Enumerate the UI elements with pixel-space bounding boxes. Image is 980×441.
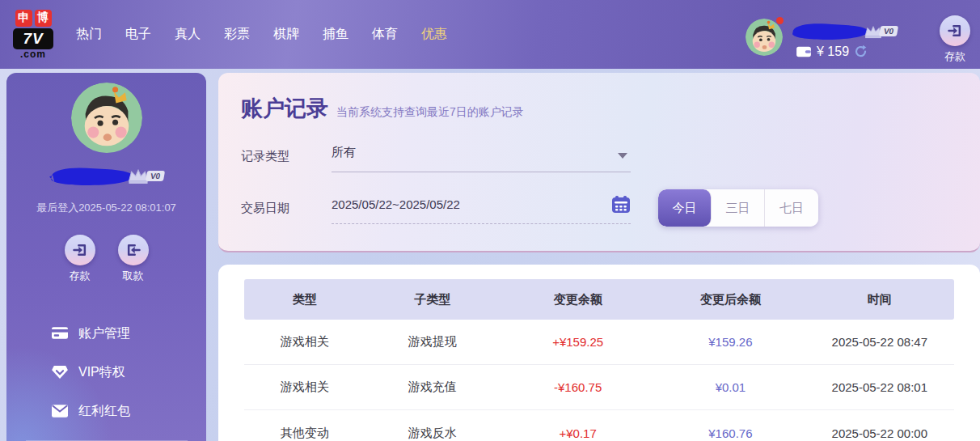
- record-type-select[interactable]: 所有: [332, 140, 631, 172]
- logo-badges: 申 博: [15, 10, 52, 27]
- nav-item-board[interactable]: 棋牌: [273, 26, 299, 43]
- wallet-row: ¥ 159: [796, 45, 919, 59]
- col-header-change: 变更余额: [500, 292, 656, 307]
- sidebar-deposit-button[interactable]: 存款: [65, 235, 95, 283]
- deposit-label: 存款: [70, 269, 91, 283]
- cell-change-amount: +¥159.25: [500, 335, 656, 349]
- nav-item-fishing[interactable]: 捕鱼: [323, 26, 348, 43]
- avatar-image-icon: [746, 19, 783, 56]
- cell-subtype: 游戏充值: [365, 380, 500, 395]
- username-redaction-scribble: [789, 22, 870, 40]
- nav-item-live[interactable]: 真人: [175, 26, 201, 43]
- table-header-row: 类型 子类型 变更余额 变更后余额 时间: [244, 279, 954, 320]
- deposit-arrow-icon: [65, 235, 95, 265]
- record-type-value: 所有: [332, 145, 356, 159]
- username-row: V0: [789, 22, 919, 41]
- last-login-text: 最后登入2025-05-22 08:01:07: [36, 201, 176, 215]
- tab-today[interactable]: 今日: [658, 189, 712, 227]
- user-sidebar: V0 最后登入2025-05-22 08:01:07 存款 取款: [6, 73, 206, 441]
- logo-badge-bo: 博: [35, 10, 52, 27]
- logo-com: .com: [20, 49, 46, 60]
- sidebar-menu: 账户管理 VIP特权 红利红包: [6, 314, 206, 430]
- col-header-balance: 变更后余额: [656, 292, 805, 307]
- notification-dot: [776, 17, 784, 24]
- logo-7v: 7V: [13, 28, 53, 49]
- cell-subtype: 游戏反水: [365, 426, 500, 441]
- sidebar-avatar[interactable]: [71, 83, 142, 153]
- user-avatar[interactable]: [746, 19, 783, 56]
- vip-gem-icon: [52, 365, 68, 380]
- user-area: V0 ¥ 159 存款: [746, 6, 980, 64]
- sidebar-item-vip[interactable]: VIP特权: [52, 353, 206, 392]
- deposit-button-label: 存款: [944, 49, 965, 64]
- cell-balance-after: ¥160.76: [656, 426, 805, 440]
- sidebar-item-label: 红利红包: [78, 403, 130, 420]
- nav-item-promo[interactable]: 优惠: [421, 26, 447, 43]
- page: 申 博 7V .com 热门 电子 真人 彩票 棋牌 捕鱼 体育 优惠: [0, 0, 980, 441]
- refresh-balance-icon[interactable]: [854, 45, 868, 58]
- cell-type: 游戏相关: [244, 380, 365, 395]
- table-row: 游戏相关 游戏提现 +¥159.25 ¥159.26 2025-05-22 08…: [244, 320, 954, 365]
- col-header-subtype: 子类型: [365, 292, 500, 307]
- sidebar-item-account[interactable]: 账户管理: [52, 314, 206, 353]
- records-table-card: 类型 子类型 变更余额 变更后余额 时间 游戏相关 游戏提现 +¥159.25 …: [218, 265, 980, 441]
- title-row: 账户记录 当前系统支持查询最近7日的账户记录: [241, 94, 957, 123]
- nav-item-sports[interactable]: 体育: [372, 26, 398, 43]
- table-row: 其他变动 游戏反水 +¥0.17 ¥160.76 2025-05-22 00:0…: [244, 410, 954, 441]
- user-info: V0 ¥ 159: [789, 22, 919, 59]
- logo-badge-shen: 申: [15, 10, 32, 27]
- tab-seven-days[interactable]: 七日: [765, 189, 818, 227]
- withdraw-arrow-icon: [118, 235, 149, 265]
- sidebar-item-bonus[interactable]: 红利红包: [52, 392, 206, 430]
- cell-subtype: 游戏提现: [365, 334, 500, 350]
- date-range-label: 交易日期: [241, 201, 332, 216]
- username-redaction-scribble: [48, 165, 135, 187]
- cell-change-amount: -¥160.75: [500, 380, 656, 394]
- balance-amount: ¥ 159: [817, 45, 849, 59]
- table-row: 游戏相关 游戏充值 -¥160.75 ¥0.01 2025-05-22 08:0…: [244, 365, 954, 410]
- cell-type: 游戏相关: [244, 334, 365, 350]
- red-packet-envelope-icon: [52, 405, 68, 418]
- wallet-icon: [796, 45, 812, 58]
- bank-card-icon: [52, 327, 68, 340]
- cell-balance-after: ¥159.26: [656, 335, 805, 349]
- cell-time: 2025-05-22 08:47: [805, 335, 954, 349]
- date-range-input[interactable]: 2025/05/22~2025/05/22: [332, 193, 631, 224]
- nav-item-hot[interactable]: 热门: [76, 26, 102, 43]
- vip-level-badge: V0: [146, 171, 166, 181]
- date-range-value: 2025/05/22~2025/05/22: [332, 197, 460, 211]
- record-type-filter-row: 记录类型 所有: [241, 138, 957, 175]
- chevron-down-icon: [618, 153, 627, 159]
- cell-balance-after: ¥0.01: [656, 380, 805, 394]
- record-type-label: 记录类型: [241, 149, 332, 164]
- calendar-icon[interactable]: [611, 196, 631, 217]
- tab-three-days[interactable]: 三日: [712, 189, 765, 227]
- sidebar-item-label: 账户管理: [78, 325, 130, 342]
- sidebar-item-label: VIP特权: [78, 364, 125, 381]
- cell-type: 其他变动: [244, 426, 365, 441]
- topbar-deposit-button[interactable]: 存款: [940, 15, 970, 64]
- cell-change-amount: +¥0.17: [500, 426, 656, 440]
- sidebar-username-row: V0: [48, 164, 164, 188]
- content-area: V0 最后登入2025-05-22 08:01:07 存款 取款: [0, 73, 980, 441]
- deposit-arrow-icon: [940, 15, 970, 46]
- date-filter-row: 交易日期 2025/05/22~2025/05/22: [241, 189, 957, 227]
- top-navigation-bar: 申 博 7V .com 热门 电子 真人 彩票 棋牌 捕鱼 体育 优惠: [0, 0, 980, 69]
- avatar-image-icon: [71, 83, 142, 153]
- page-subtitle: 当前系统支持查询最近7日的账户记录: [336, 105, 524, 120]
- vip-level-badge: V0: [879, 26, 899, 36]
- sidebar-withdraw-button[interactable]: 取款: [118, 235, 149, 283]
- main-panel: 账户记录 当前系统支持查询最近7日的账户记录 记录类型 所有 交易日期 2025…: [218, 73, 980, 441]
- col-header-time: 时间: [805, 292, 954, 307]
- quick-actions: 存款 取款: [65, 235, 149, 283]
- site-logo[interactable]: 申 博 7V .com: [11, 10, 55, 60]
- day-range-tabs: 今日 三日 七日: [658, 189, 818, 227]
- nav-item-slots[interactable]: 电子: [125, 26, 151, 43]
- nav-item-lottery[interactable]: 彩票: [224, 26, 250, 43]
- cell-time: 2025-05-22 08:01: [805, 380, 954, 394]
- page-title: 账户记录: [241, 94, 328, 123]
- main-menu: 热门 电子 真人 彩票 棋牌 捕鱼 体育 优惠: [76, 26, 447, 43]
- withdraw-label: 取款: [123, 269, 144, 283]
- col-header-type: 类型: [244, 292, 365, 307]
- account-records-card: 账户记录 当前系统支持查询最近7日的账户记录 记录类型 所有 交易日期 2025…: [218, 73, 980, 252]
